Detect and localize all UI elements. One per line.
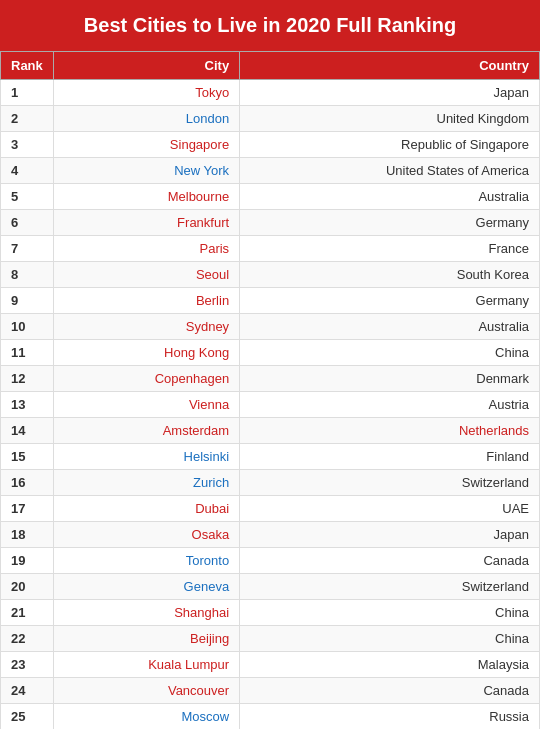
country-cell: Malaysia — [240, 652, 540, 678]
table-row: 7ParisFrance — [1, 236, 540, 262]
table-row: 24VancouverCanada — [1, 678, 540, 704]
country-cell: Australia — [240, 184, 540, 210]
rank-cell: 10 — [1, 314, 54, 340]
table-row: 8SeoulSouth Korea — [1, 262, 540, 288]
rank-cell: 24 — [1, 678, 54, 704]
table-row: 11Hong KongChina — [1, 340, 540, 366]
country-cell: United States of America — [240, 158, 540, 184]
table-header-row: Rank City Country — [1, 52, 540, 80]
country-cell: Switzerland — [240, 574, 540, 600]
city-cell: Kuala Lumpur — [53, 652, 239, 678]
city-cell: London — [53, 106, 239, 132]
table-row: 15HelsinkiFinland — [1, 444, 540, 470]
city-cell: Moscow — [53, 704, 239, 730]
table-row: 14AmsterdamNetherlands — [1, 418, 540, 444]
header: Best Cities to Live in 2020 Full Ranking — [0, 0, 540, 51]
city-cell: New York — [53, 158, 239, 184]
city-column-header: City — [53, 52, 239, 80]
rank-cell: 17 — [1, 496, 54, 522]
rank-cell: 25 — [1, 704, 54, 730]
country-cell: China — [240, 600, 540, 626]
country-cell: Switzerland — [240, 470, 540, 496]
table-row: 25MoscowRussia — [1, 704, 540, 730]
country-column-header: Country — [240, 52, 540, 80]
country-cell: United Kingdom — [240, 106, 540, 132]
rank-column-header: Rank — [1, 52, 54, 80]
country-cell: Finland — [240, 444, 540, 470]
rank-cell: 5 — [1, 184, 54, 210]
table-row: 19TorontoCanada — [1, 548, 540, 574]
table-row: 9BerlinGermany — [1, 288, 540, 314]
table-row: 23Kuala LumpurMalaysia — [1, 652, 540, 678]
table-row: 13ViennaAustria — [1, 392, 540, 418]
table-row: 6FrankfurtGermany — [1, 210, 540, 236]
table-row: 4New YorkUnited States of America — [1, 158, 540, 184]
country-cell: Russia — [240, 704, 540, 730]
city-cell: Seoul — [53, 262, 239, 288]
city-cell: Hong Kong — [53, 340, 239, 366]
country-cell: Japan — [240, 522, 540, 548]
table-row: 22BeijingChina — [1, 626, 540, 652]
rankings-table: Rank City Country 1TokyoJapan2LondonUnit… — [0, 51, 540, 729]
city-cell: Tokyo — [53, 80, 239, 106]
rank-cell: 12 — [1, 366, 54, 392]
rank-cell: 1 — [1, 80, 54, 106]
table-row: 3SingaporeRepublic of Singapore — [1, 132, 540, 158]
city-cell: Berlin — [53, 288, 239, 314]
country-cell: Austria — [240, 392, 540, 418]
country-cell: Australia — [240, 314, 540, 340]
city-cell: Beijing — [53, 626, 239, 652]
rank-cell: 2 — [1, 106, 54, 132]
country-cell: Republic of Singapore — [240, 132, 540, 158]
city-cell: Copenhagen — [53, 366, 239, 392]
table-row: 21ShanghaiChina — [1, 600, 540, 626]
rank-cell: 15 — [1, 444, 54, 470]
table-row: 5MelbourneAustralia — [1, 184, 540, 210]
city-cell: Vancouver — [53, 678, 239, 704]
rank-cell: 6 — [1, 210, 54, 236]
city-cell: Dubai — [53, 496, 239, 522]
country-cell: UAE — [240, 496, 540, 522]
table-row: 1TokyoJapan — [1, 80, 540, 106]
city-cell: Toronto — [53, 548, 239, 574]
rank-cell: 21 — [1, 600, 54, 626]
country-cell: Canada — [240, 548, 540, 574]
country-cell: Netherlands — [240, 418, 540, 444]
rank-cell: 22 — [1, 626, 54, 652]
table-row: 17DubaiUAE — [1, 496, 540, 522]
table-row: 12CopenhagenDenmark — [1, 366, 540, 392]
city-cell: Amsterdam — [53, 418, 239, 444]
country-cell: Japan — [240, 80, 540, 106]
table-row: 18OsakaJapan — [1, 522, 540, 548]
city-cell: Helsinki — [53, 444, 239, 470]
table-row: 16ZurichSwitzerland — [1, 470, 540, 496]
city-cell: Frankfurt — [53, 210, 239, 236]
country-cell: Denmark — [240, 366, 540, 392]
country-cell: Germany — [240, 288, 540, 314]
rank-cell: 18 — [1, 522, 54, 548]
country-cell: China — [240, 340, 540, 366]
rank-cell: 4 — [1, 158, 54, 184]
rank-cell: 9 — [1, 288, 54, 314]
table-row: 10SydneyAustralia — [1, 314, 540, 340]
city-cell: Shanghai — [53, 600, 239, 626]
city-cell: Osaka — [53, 522, 239, 548]
country-cell: China — [240, 626, 540, 652]
rank-cell: 13 — [1, 392, 54, 418]
city-cell: Geneva — [53, 574, 239, 600]
rank-cell: 20 — [1, 574, 54, 600]
city-cell: Sydney — [53, 314, 239, 340]
city-cell: Melbourne — [53, 184, 239, 210]
country-cell: France — [240, 236, 540, 262]
country-cell: South Korea — [240, 262, 540, 288]
city-cell: Vienna — [53, 392, 239, 418]
table-row: 20GenevaSwitzerland — [1, 574, 540, 600]
country-cell: Canada — [240, 678, 540, 704]
rank-cell: 23 — [1, 652, 54, 678]
city-cell: Paris — [53, 236, 239, 262]
rank-cell: 14 — [1, 418, 54, 444]
country-cell: Germany — [240, 210, 540, 236]
rank-cell: 7 — [1, 236, 54, 262]
rank-cell: 11 — [1, 340, 54, 366]
city-cell: Singapore — [53, 132, 239, 158]
